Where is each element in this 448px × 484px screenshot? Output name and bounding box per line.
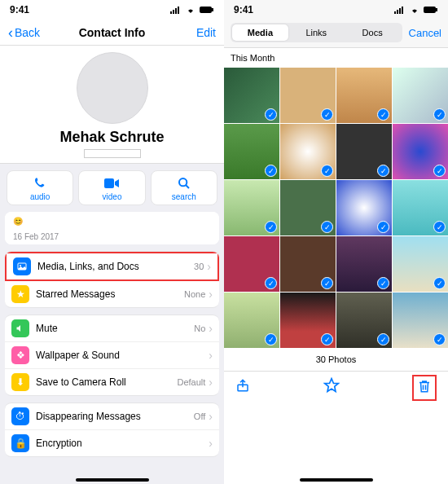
favorite-button[interactable] bbox=[323, 377, 340, 398]
video-icon bbox=[104, 176, 119, 191]
photo-thumbnail[interactable]: ✓ bbox=[224, 293, 279, 348]
check-icon: ✓ bbox=[265, 277, 277, 289]
status-indicators bbox=[394, 6, 438, 14]
starred-messages-row[interactable]: ★ Starred Messages None › bbox=[5, 281, 219, 307]
back-label: Back bbox=[15, 26, 40, 39]
photo-thumbnail[interactable]: ✓ bbox=[224, 236, 279, 292]
check-icon: ✓ bbox=[265, 165, 277, 177]
about-emoji: 😊 bbox=[13, 217, 23, 226]
svg-rect-14 bbox=[402, 7, 403, 14]
photo-thumbnail[interactable]: ✓ bbox=[336, 68, 392, 123]
video-label: video bbox=[103, 192, 122, 201]
svg-line-8 bbox=[186, 185, 189, 188]
cancel-button[interactable]: Cancel bbox=[409, 27, 441, 39]
photo-thumbnail[interactable]: ✓ bbox=[280, 236, 336, 292]
svg-rect-11 bbox=[394, 11, 396, 14]
check-icon: ✓ bbox=[321, 221, 333, 233]
check-icon: ✓ bbox=[433, 108, 446, 121]
media-group: Media, Links, and Docs 30 › ★ Starred Me… bbox=[5, 251, 219, 308]
check-icon: ✓ bbox=[433, 333, 446, 345]
photo-thumbnail[interactable]: ✓ bbox=[393, 180, 448, 235]
tab-links[interactable]: Links bbox=[288, 24, 345, 41]
photo-thumbnail[interactable]: ✓ bbox=[393, 236, 448, 292]
photo-thumbnail[interactable]: ✓ bbox=[280, 68, 336, 123]
media-label: Media, Links, and Docs bbox=[37, 261, 194, 272]
svg-rect-5 bbox=[212, 8, 213, 11]
avatar[interactable] bbox=[77, 52, 148, 124]
photo-count: 30 Photos bbox=[224, 348, 448, 371]
audio-label: audio bbox=[30, 192, 50, 201]
chevron-right-icon: › bbox=[209, 376, 213, 389]
home-indicator[interactable] bbox=[300, 478, 373, 482]
check-icon: ✓ bbox=[321, 165, 333, 177]
svg-rect-0 bbox=[170, 11, 172, 14]
bottom-toolbar bbox=[224, 371, 448, 403]
photo-thumbnail[interactable]: ✓ bbox=[393, 68, 448, 123]
photo-thumbnail[interactable]: ✓ bbox=[336, 293, 392, 348]
svg-rect-12 bbox=[397, 10, 398, 14]
video-button[interactable]: video bbox=[78, 170, 145, 205]
speaker-icon bbox=[11, 319, 29, 337]
wifi-icon bbox=[409, 6, 420, 14]
action-row: audio video search bbox=[0, 164, 224, 212]
photo-grid: ✓ ✓ ✓ ✓ ✓ ✓ ✓ ✓ ✓ ✓ ✓ ✓ ✓ ✓ ✓ ✓ ✓ ✓ ✓ ✓ bbox=[224, 68, 448, 348]
photo-thumbnail[interactable]: ✓ bbox=[280, 124, 336, 179]
search-label: search bbox=[172, 192, 196, 201]
check-icon: ✓ bbox=[321, 277, 333, 289]
status-bar: 9:41 bbox=[0, 0, 224, 20]
about-card[interactable]: 😊 16 Feb 2017 bbox=[5, 212, 219, 244]
disappearing-messages-row[interactable]: ⏱ Disappearing Messages Off › bbox=[5, 403, 219, 430]
check-icon: ✓ bbox=[433, 277, 446, 289]
share-button[interactable] bbox=[235, 377, 250, 398]
contact-name: Mehak Schrute bbox=[59, 129, 164, 146]
back-button[interactable]: ‹ Back bbox=[8, 26, 49, 39]
search-button[interactable]: search bbox=[151, 170, 217, 205]
saveroll-value: Default bbox=[177, 377, 205, 387]
signal-icon bbox=[170, 6, 182, 14]
photo-thumbnail[interactable]: ✓ bbox=[393, 124, 448, 179]
svg-point-7 bbox=[179, 178, 187, 186]
chevron-right-icon: › bbox=[207, 260, 211, 273]
photo-thumbnail[interactable]: ✓ bbox=[336, 124, 392, 179]
mute-row[interactable]: Mute No › bbox=[5, 315, 219, 342]
encryption-row[interactable]: 🔒 Encryption › bbox=[5, 430, 219, 456]
chevron-right-icon: › bbox=[209, 288, 213, 301]
audio-button[interactable]: audio bbox=[7, 170, 73, 205]
media-links-docs-row[interactable]: Media, Links, and Docs 30 › bbox=[5, 252, 219, 281]
photo-thumbnail[interactable]: ✓ bbox=[336, 180, 392, 235]
check-icon: ✓ bbox=[433, 221, 446, 233]
about-date: 16 Feb 2017 bbox=[5, 229, 219, 244]
mute-label: Mute bbox=[36, 323, 194, 334]
photo-thumbnail[interactable]: ✓ bbox=[280, 293, 336, 348]
star-icon: ★ bbox=[11, 285, 29, 303]
download-icon: ⬇ bbox=[11, 373, 29, 391]
photo-thumbnail[interactable]: ✓ bbox=[224, 124, 279, 179]
photo-thumbnail[interactable]: ✓ bbox=[393, 293, 448, 348]
home-indicator[interactable] bbox=[76, 478, 149, 482]
check-icon: ✓ bbox=[321, 108, 333, 121]
chevron-right-icon: › bbox=[209, 349, 213, 362]
photo-thumbnail[interactable]: ✓ bbox=[224, 180, 279, 235]
delete-button[interactable] bbox=[412, 375, 437, 401]
svg-point-10 bbox=[20, 265, 21, 266]
share-icon bbox=[235, 377, 250, 394]
settings-group: Mute No › ❖ Wallpaper & Sound › ⬇ Save t… bbox=[5, 315, 219, 396]
status-time: 9:41 bbox=[10, 4, 29, 15]
photo-thumbnail[interactable]: ✓ bbox=[224, 68, 279, 123]
profile-section: Mehak Schrute bbox=[0, 46, 224, 164]
lock-icon: 🔒 bbox=[11, 434, 29, 452]
photo-thumbnail[interactable]: ✓ bbox=[336, 236, 392, 292]
check-icon: ✓ bbox=[433, 165, 446, 177]
svg-rect-15 bbox=[424, 7, 436, 13]
privacy-group: ⏱ Disappearing Messages Off › 🔒 Encrypti… bbox=[5, 403, 219, 457]
back-chevron-icon: ‹ bbox=[8, 27, 13, 38]
tab-docs[interactable]: Docs bbox=[345, 24, 401, 41]
tab-media[interactable]: Media bbox=[232, 24, 288, 41]
search-icon bbox=[178, 176, 191, 191]
wallpaper-row[interactable]: ❖ Wallpaper & Sound › bbox=[5, 342, 219, 369]
check-icon: ✓ bbox=[265, 333, 277, 345]
phone-icon bbox=[33, 176, 46, 191]
save-camera-roll-row[interactable]: ⬇ Save to Camera Roll Default › bbox=[5, 369, 219, 395]
edit-button[interactable]: Edit bbox=[175, 26, 216, 39]
photo-thumbnail[interactable]: ✓ bbox=[280, 180, 336, 235]
